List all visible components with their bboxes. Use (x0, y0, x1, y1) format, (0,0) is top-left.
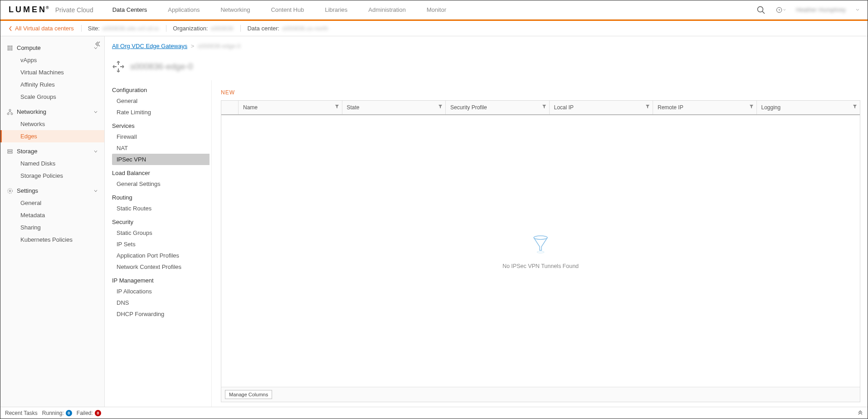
svg-rect-18 (8, 150, 12, 151)
svg-line-1 (762, 11, 765, 14)
svg-point-13 (9, 109, 11, 111)
svg-point-0 (758, 6, 763, 12)
chevron-down-icon (93, 189, 98, 193)
topnav-libraries[interactable]: Libraries (325, 6, 347, 13)
grid-header: Name State Security Profile Local IP Rem… (221, 101, 860, 115)
svg-point-20 (9, 190, 11, 192)
nav-item-affinity-rules[interactable]: Affinity Rules (0, 78, 104, 91)
svg-rect-19 (8, 152, 12, 153)
nav-section-storage[interactable]: Storage (0, 145, 104, 157)
svg-point-9 (11, 47, 13, 49)
empty-message: No IPSec VPN Tunnels Found (502, 263, 579, 269)
col-local-ip[interactable]: Local IP (550, 101, 653, 114)
svg-point-11 (10, 49, 11, 50)
filter-icon[interactable] (335, 104, 339, 109)
filter-icon[interactable] (853, 104, 857, 109)
topnav-monitor[interactable]: Monitor (427, 6, 446, 13)
midnav-group-load-balancer: Load Balancer (112, 165, 210, 178)
col-remote-ip[interactable]: Remote IP (653, 101, 757, 114)
nav-item-general[interactable]: General (0, 197, 104, 209)
col-security-profile[interactable]: Security Profile (446, 101, 550, 114)
svg-point-10 (8, 49, 9, 50)
midnav-ipsec-vpn[interactable]: IPSec VPN (112, 154, 210, 165)
funnel-icon (530, 233, 551, 255)
search-icon[interactable] (756, 5, 766, 15)
midnav-dhcp-forwarding[interactable]: DHCP Forwarding (112, 308, 210, 320)
nav-item-sharing[interactable]: Sharing (0, 221, 104, 234)
running-count-badge: 0 (66, 410, 72, 416)
failed-tasks[interactable]: Failed: 0 (77, 410, 101, 416)
filter-icon[interactable] (438, 104, 443, 109)
svg-text:?: ? (778, 8, 780, 12)
nav-item-scale-groups[interactable]: Scale Groups (0, 91, 104, 103)
ipsec-grid: Name State Security Profile Local IP Rem… (221, 100, 860, 402)
manage-columns-button[interactable]: Manage Columns (225, 390, 272, 399)
topnav-networking[interactable]: Networking (220, 6, 250, 13)
filter-icon[interactable] (645, 104, 650, 109)
midnav-app-port-profiles[interactable]: Application Port Profiles (112, 250, 210, 261)
midnav-group-ip-management: IP Management (112, 273, 210, 286)
nav-item-edges[interactable]: Edges (0, 130, 104, 142)
topnav-applications[interactable]: Applications (168, 6, 200, 13)
col-name[interactable]: Name (239, 101, 342, 114)
midnav-ip-allocations[interactable]: IP Allocations (112, 286, 210, 297)
collapse-sidebar-icon[interactable] (94, 41, 101, 47)
topnav-content-hub[interactable]: Content Hub (271, 6, 304, 13)
top-nav: Data Centers Applications Networking Con… (112, 6, 446, 13)
midnav-network-context-profiles[interactable]: Network Context Profiles (112, 261, 210, 273)
filter-icon[interactable] (542, 104, 546, 109)
grid-footer: Manage Columns (221, 387, 860, 402)
chevron-left-icon (9, 26, 12, 31)
midnav-lb-general-settings[interactable]: General Settings (112, 178, 210, 190)
svg-line-17 (10, 111, 12, 113)
nav-item-virtual-machines[interactable]: Virtual Machines (0, 66, 104, 78)
nav-section-compute[interactable]: Compute (0, 42, 104, 54)
back-link[interactable]: All Virtual data centers (9, 25, 74, 32)
midnav-static-groups[interactable]: Static Groups (112, 227, 210, 239)
midnav-general[interactable]: General (112, 95, 210, 107)
nav-item-metadata[interactable]: Metadata (0, 209, 104, 221)
nav-item-networks[interactable]: Networks (0, 118, 104, 130)
svg-point-14 (7, 113, 9, 115)
expand-task-panel-icon[interactable] (858, 410, 863, 416)
chevron-down-icon (856, 8, 859, 12)
midnav-rate-limiting[interactable]: Rate Limiting (112, 107, 210, 118)
user-menu[interactable]: Heather Humphrey (796, 6, 846, 13)
running-tasks[interactable]: Running: 0 (42, 410, 72, 416)
svg-point-12 (11, 49, 13, 50)
topnav-administration[interactable]: Administration (368, 6, 405, 13)
breadcrumb-sep: > (191, 43, 195, 49)
midnav-nat[interactable]: NAT (112, 142, 210, 154)
midnav-firewall[interactable]: Firewall (112, 131, 210, 142)
nav-item-named-disks[interactable]: Named Disks (0, 157, 104, 170)
new-button[interactable]: NEW (221, 89, 235, 96)
col-state[interactable]: State (342, 101, 446, 114)
nav-item-storage-policies[interactable]: Storage Policies (0, 170, 104, 182)
svg-point-4 (8, 45, 9, 47)
grid-empty-state: No IPSec VPN Tunnels Found (221, 115, 860, 387)
midnav-static-routes[interactable]: Static Routes (112, 203, 210, 214)
col-logging[interactable]: Logging (757, 101, 860, 114)
midnav-ip-sets[interactable]: IP Sets (112, 239, 210, 250)
filter-icon[interactable] (749, 104, 754, 109)
nav-item-vapps[interactable]: vApps (0, 54, 104, 66)
detail-nav: Configuration General Rate Limiting Serv… (112, 80, 212, 407)
top-bar: LUMEN® Private Cloud Data Centers Applic… (0, 0, 868, 19)
breadcrumb-current: s000836-edge-0 (198, 43, 241, 49)
breadcrumb: All Org VDC Edge Gateways > s000836-edge… (112, 36, 868, 49)
location-bar: All Virtual data centers Site: s000836.s… (0, 21, 868, 36)
grid-select-all[interactable] (221, 101, 239, 114)
svg-point-15 (11, 113, 13, 115)
midnav-group-security: Security (112, 214, 210, 227)
topnav-data-centers[interactable]: Data Centers (112, 6, 147, 13)
svg-point-21 (8, 188, 13, 193)
page-title: s000836-edge-0 (112, 49, 868, 80)
help-icon[interactable]: ? (776, 5, 786, 15)
sidebar-left: Compute vApps Virtual Machines Affinity … (0, 36, 105, 407)
midnav-dns[interactable]: DNS (112, 297, 210, 308)
breadcrumb-link[interactable]: All Org VDC Edge Gateways (112, 43, 187, 49)
nav-section-networking[interactable]: Networking (0, 106, 104, 118)
app-name: Private Cloud (55, 6, 93, 14)
nav-item-kubernetes-policies[interactable]: Kubernetes Policies (0, 234, 104, 246)
nav-section-settings[interactable]: Settings (0, 185, 104, 197)
